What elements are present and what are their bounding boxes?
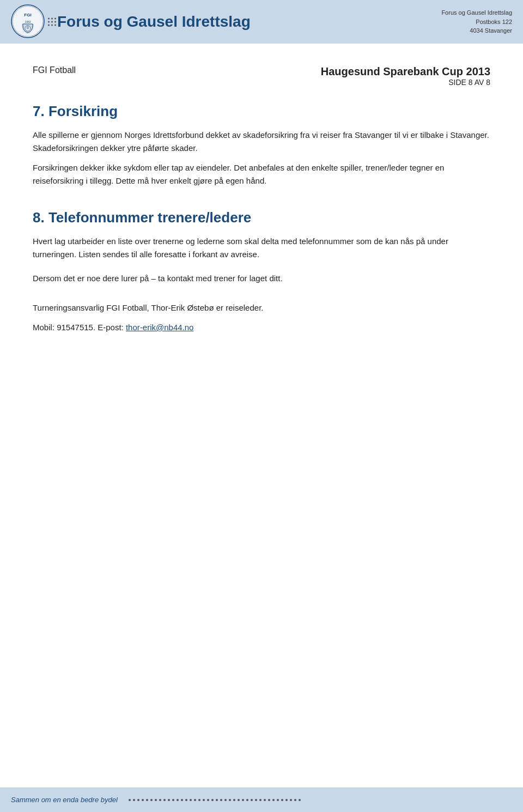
section8-paragraph-3: Turneringsansvarlig FGI Fotball, Thor-Er…	[33, 301, 490, 314]
side-label: SIDE 8 AV 8	[321, 78, 490, 87]
section7-heading: 7. Forsikring	[33, 103, 490, 120]
header-dots-decoration	[48, 18, 56, 26]
logo: FGI 1983	[11, 4, 46, 40]
section8-contact-line: Mobil: 91547515. E-post: thor-erik@nb44.…	[33, 321, 490, 334]
sub-header: FGI Fotball Haugesund Sparebank Cup 2013…	[33, 60, 490, 87]
section7-paragraph-1: Alle spillerne er gjennom Norges Idretts…	[33, 129, 490, 155]
org-title: Forus og Gausel Idrettslag	[57, 13, 441, 31]
email-link[interactable]: thor-erik@nb44.no	[126, 323, 193, 332]
page-header: FGI 1983 Forus og Gausel Idrettslag	[0, 0, 523, 44]
section8-body: Hvert lag utarbeider en liste over trene…	[33, 235, 490, 261]
footer-dots-decoration	[129, 799, 512, 801]
page-footer: Sammen om en enda bedre bydel	[0, 787, 523, 812]
cup-title: Haugesund Sparebank Cup 2013	[321, 65, 490, 78]
fgi-fotball-label: FGI Fotball	[33, 65, 76, 75]
mobil-text: Mobil: 91547515. E-post:	[33, 323, 126, 332]
footer-slogan: Sammen om en enda bedre bydel	[11, 796, 118, 804]
address-line2: Postboks 122	[476, 19, 512, 25]
header-address: Forus og Gausel Idrettslag Postboks 122 …	[441, 8, 512, 35]
cup-info: Haugesund Sparebank Cup 2013 SIDE 8 AV 8	[321, 65, 490, 87]
section8-heading: 8. Telefonnummer trenere/ledere	[33, 209, 490, 226]
section8-paragraph-1: Hvert lag utarbeider en liste over trene…	[33, 235, 490, 261]
section7-body: Alle spillerne er gjennom Norges Idretts…	[33, 129, 490, 187]
address-line3: 4034 Stavanger	[470, 27, 512, 34]
main-content: FGI Fotball Haugesund Sparebank Cup 2013…	[0, 44, 523, 373]
address-line1: Forus og Gausel Idrettslag	[441, 9, 512, 16]
section7-paragraph-2: Forsikringen dekker ikke sykdom eller ta…	[33, 161, 490, 187]
section8-paragraph-2: Dersom det er noe dere lurer på – ta kon…	[33, 272, 490, 285]
svg-text:1983: 1983	[25, 20, 31, 23]
svg-text:FGI: FGI	[24, 13, 31, 17]
